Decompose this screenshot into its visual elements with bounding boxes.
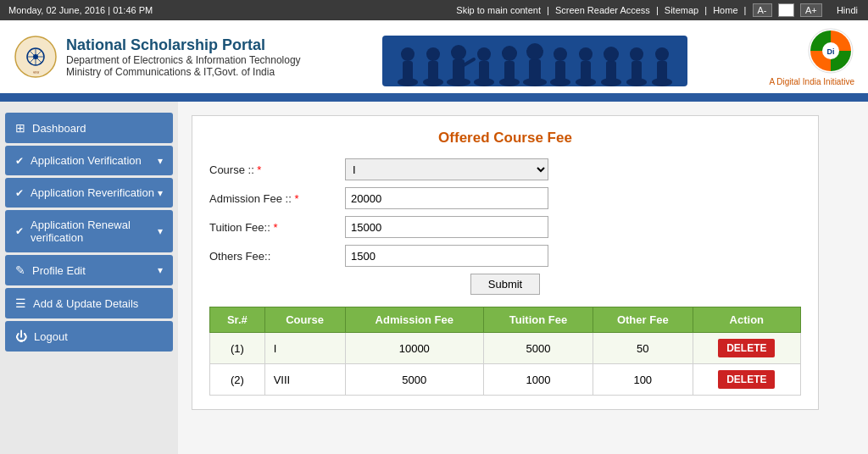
edit-icon: ✎ bbox=[15, 263, 25, 277]
admission-fee-label: Admission Fee :: * bbox=[209, 192, 345, 205]
col-header-sr: Sr.# bbox=[210, 307, 265, 333]
delete-button-1[interactable]: DELETE bbox=[718, 339, 775, 357]
fee-table: Sr.# Course Admission Fee Tuition Fee Ot… bbox=[209, 307, 801, 396]
delete-button-2[interactable]: DELETE bbox=[718, 370, 775, 389]
course-select[interactable]: I bbox=[345, 158, 548, 180]
sidebar-item-logout[interactable]: ⏻ Logout bbox=[5, 321, 173, 352]
sidebar-add-update-label: Add & Update Details bbox=[33, 297, 138, 310]
form-title: Offered Course Fee bbox=[209, 130, 801, 147]
svg-rect-10 bbox=[403, 61, 413, 82]
portal-subtitle2: Ministry of Communications & IT,Govt. of… bbox=[66, 66, 301, 78]
arrow-icon-1: ▾ bbox=[158, 155, 163, 167]
col-header-tuition-fee: Tuition Fee bbox=[484, 307, 593, 333]
main-layout: ⊞ Dashboard ✔ Application Verification ▾… bbox=[0, 102, 868, 454]
digital-india: Di A Digital India Initiative bbox=[769, 27, 854, 86]
top-bar: Monday, 02 June, 2016 | 01:46 PM Skip to… bbox=[0, 0, 868, 20]
cell-admission-fee: 5000 bbox=[345, 364, 484, 396]
form-panel: Offered Course Fee Course :: * I Admissi… bbox=[192, 115, 819, 410]
tuition-fee-row: Tuition Fee:: * bbox=[209, 216, 801, 238]
cell-admission-fee: 10000 bbox=[345, 333, 484, 364]
svg-rect-43 bbox=[606, 61, 616, 82]
portal-title: National Scholarship Portal bbox=[66, 36, 301, 54]
svg-rect-47 bbox=[632, 61, 642, 82]
sidebar-item-profile-edit[interactable]: ✎ Profile Edit ▾ bbox=[5, 255, 173, 285]
arrow-icon-3: ▾ bbox=[158, 225, 163, 237]
sidebar-logout-label: Logout bbox=[34, 330, 68, 343]
arrow-icon-4: ▾ bbox=[158, 264, 163, 276]
tuition-fee-input[interactable] bbox=[345, 216, 548, 238]
sidebar-item-app-reverification[interactable]: ✔ Application Reverification ▾ bbox=[5, 178, 173, 208]
sidebar-profile-edit-label: Profile Edit bbox=[32, 264, 86, 277]
sidebar-app-renewal-label: Application Renewal verification bbox=[31, 219, 158, 244]
col-header-course: Course bbox=[264, 307, 345, 333]
sidebar-item-add-update[interactable]: ☰ Add & Update Details bbox=[5, 288, 173, 318]
table-row: (1) I 10000 5000 50 DELETE bbox=[210, 333, 801, 364]
svg-rect-51 bbox=[657, 61, 667, 82]
sidebar-item-app-renewal[interactable]: ✔ Application Renewal verification ▾ bbox=[5, 210, 173, 252]
datetime: Monday, 02 June, 2016 | 01:46 PM bbox=[8, 5, 153, 15]
fee-table-body: (1) I 10000 5000 50 DELETE (2) VIII 5000… bbox=[210, 333, 801, 396]
cell-course: I bbox=[264, 333, 345, 364]
cell-action: DELETE bbox=[693, 333, 800, 364]
digital-india-logo: Di bbox=[807, 27, 854, 75]
skip-link[interactable]: Skip to main content bbox=[456, 5, 541, 15]
font-decrease-btn[interactable]: A- bbox=[753, 3, 772, 17]
portal-subtitle: Department of Electronics & Information … bbox=[66, 54, 301, 66]
header: भारत National Scholarship Portal Departm… bbox=[0, 20, 868, 97]
sidebar-item-dashboard[interactable]: ⊞ Dashboard bbox=[5, 113, 173, 143]
dashboard-icon: ⊞ bbox=[15, 121, 25, 135]
course-row: Course :: * I bbox=[209, 158, 801, 180]
banner-silhouette bbox=[301, 27, 770, 86]
table-row: (2) VIII 5000 1000 100 DELETE bbox=[210, 364, 801, 396]
cell-other-fee: 50 bbox=[593, 333, 693, 364]
arrow-icon-2: ▾ bbox=[158, 187, 163, 199]
sidebar: ⊞ Dashboard ✔ Application Verification ▾… bbox=[0, 102, 178, 454]
cell-sr: (2) bbox=[210, 364, 265, 396]
check-icon-1: ✔ bbox=[15, 155, 24, 167]
others-fee-input[interactable] bbox=[345, 245, 548, 267]
svg-rect-31 bbox=[529, 59, 541, 82]
digital-india-text: A Digital India Initiative bbox=[769, 77, 854, 86]
portal-info: National Scholarship Portal Department o… bbox=[66, 36, 301, 78]
svg-text:भारत: भारत bbox=[33, 70, 40, 75]
logout-icon: ⏻ bbox=[15, 329, 27, 343]
emblem-icon: भारत bbox=[14, 35, 58, 79]
col-header-other-fee: Other Fee bbox=[593, 307, 693, 333]
sidebar-app-reverification-label: Application Reverification bbox=[31, 186, 154, 199]
svg-rect-14 bbox=[428, 61, 438, 82]
others-fee-row: Others Fee:: bbox=[209, 245, 801, 267]
tuition-fee-label: Tuition Fee:: * bbox=[209, 221, 345, 234]
svg-rect-35 bbox=[555, 61, 565, 82]
hindi-link[interactable]: Hindi bbox=[837, 5, 858, 15]
font-normal-btn[interactable]: A bbox=[778, 3, 794, 17]
submit-row: Submit bbox=[209, 274, 801, 295]
svg-text:Di: Di bbox=[827, 47, 835, 56]
submit-button[interactable]: Submit bbox=[470, 274, 540, 295]
sidebar-dashboard-label: Dashboard bbox=[32, 122, 86, 135]
sitemap-link[interactable]: Sitemap bbox=[665, 5, 698, 15]
home-link[interactable]: Home bbox=[713, 5, 737, 15]
list-icon: ☰ bbox=[15, 296, 26, 310]
others-fee-label: Others Fee:: bbox=[209, 250, 345, 263]
svg-rect-27 bbox=[504, 61, 515, 82]
check-icon-3: ✔ bbox=[15, 225, 24, 237]
admission-fee-row: Admission Fee :: * bbox=[209, 187, 801, 209]
cell-other-fee: 100 bbox=[593, 364, 693, 396]
svg-rect-18 bbox=[453, 59, 465, 82]
check-icon-2: ✔ bbox=[15, 187, 24, 199]
admission-fee-input[interactable] bbox=[345, 187, 548, 209]
screen-reader-link[interactable]: Screen Reader Access bbox=[555, 5, 650, 15]
top-bar-right: Skip to main content | Screen Reader Acc… bbox=[454, 3, 860, 17]
font-increase-btn[interactable]: A+ bbox=[800, 3, 822, 17]
sidebar-item-app-verification[interactable]: ✔ Application Verification ▾ bbox=[5, 146, 173, 175]
svg-rect-23 bbox=[479, 61, 489, 82]
cell-sr: (1) bbox=[210, 333, 265, 364]
cell-tuition-fee: 5000 bbox=[484, 333, 593, 364]
cell-course: VIII bbox=[264, 364, 345, 396]
svg-rect-39 bbox=[581, 61, 591, 82]
cell-action: DELETE bbox=[693, 364, 800, 396]
cell-tuition-fee: 1000 bbox=[484, 364, 593, 396]
col-header-admission-fee: Admission Fee bbox=[345, 307, 484, 333]
header-left: भारत National Scholarship Portal Departm… bbox=[14, 35, 301, 79]
col-header-action: Action bbox=[693, 307, 800, 333]
